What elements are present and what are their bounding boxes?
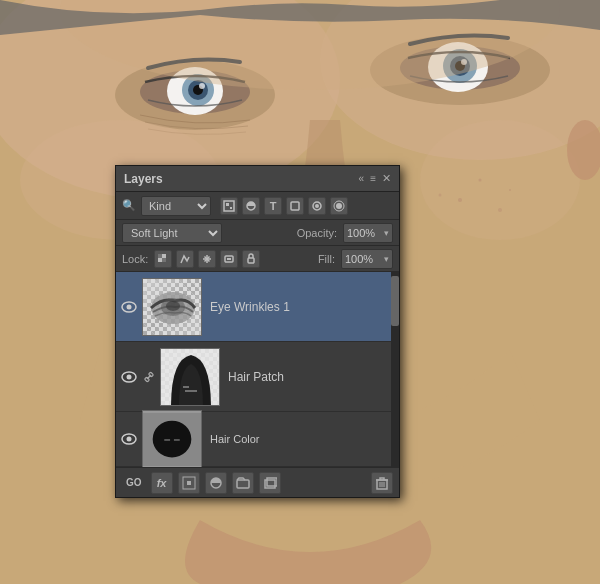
fill-label: Fill: xyxy=(318,253,335,265)
svg-rect-70 xyxy=(153,420,192,457)
svg-point-56 xyxy=(166,301,180,311)
svg-point-25 xyxy=(420,120,580,240)
filter-adjustment-button[interactable] xyxy=(242,197,260,215)
filter-pixel-button[interactable] xyxy=(220,197,238,215)
panel-menu-button[interactable]: ≡ xyxy=(370,173,376,184)
layers-panel: Layers « ≡ ✕ 🔍 Kind Name Effect Mode Att… xyxy=(115,165,400,498)
fill-value[interactable]: 100% ▾ xyxy=(341,249,393,269)
svg-rect-47 xyxy=(248,258,254,263)
svg-point-68 xyxy=(127,437,132,442)
svg-rect-40 xyxy=(162,258,166,262)
layers-list: Eye Wrinkles 1 xyxy=(116,272,399,467)
layer-visibility-eye[interactable] xyxy=(120,298,138,316)
svg-rect-30 xyxy=(230,207,232,209)
panel-titlebar: Layers « ≡ ✕ xyxy=(116,166,399,192)
lock-row: Lock: xyxy=(116,246,399,272)
svg-rect-74 xyxy=(187,481,191,485)
panel-toolbar: GO fx xyxy=(116,467,399,497)
lock-position-button[interactable] xyxy=(198,250,216,268)
layers-scrollbar-thumb[interactable] xyxy=(391,276,399,326)
opacity-value[interactable]: 100% ▾ xyxy=(343,223,393,243)
layer-thumbnail xyxy=(160,348,220,406)
layer-item[interactable]: Eye Wrinkles 1 xyxy=(116,272,399,342)
layer-name: Hair Patch xyxy=(224,370,395,384)
svg-rect-32 xyxy=(291,202,299,210)
layer-thumbnail xyxy=(142,278,202,336)
filter-icons: T xyxy=(220,197,348,215)
opacity-label: Opacity: xyxy=(297,227,337,239)
filter-on-button[interactable] xyxy=(330,197,348,215)
layer-visibility-eye[interactable] xyxy=(120,430,138,448)
svg-point-9 xyxy=(199,83,205,89)
filter-row: 🔍 Kind Name Effect Mode Attribute Color … xyxy=(116,192,399,220)
create-group-button[interactable] xyxy=(232,472,254,494)
create-mask-button[interactable] xyxy=(178,472,200,494)
svg-point-58 xyxy=(127,374,132,379)
filter-smart-button[interactable] xyxy=(308,197,326,215)
create-layer-button[interactable] xyxy=(259,472,281,494)
layer-thumbnail xyxy=(142,410,202,467)
svg-rect-37 xyxy=(158,254,162,258)
go-button[interactable]: GO xyxy=(122,475,146,490)
lock-transparent-button[interactable] xyxy=(154,250,172,268)
panel-collapse-button[interactable]: « xyxy=(359,173,365,184)
svg-rect-38 xyxy=(162,254,166,258)
kind-dropdown[interactable]: Kind Name Effect Mode Attribute Color xyxy=(141,196,211,216)
fx-button[interactable]: fx xyxy=(151,472,173,494)
blend-mode-dropdown[interactable]: Soft Light Normal Multiply Screen Overla… xyxy=(122,223,222,243)
lock-paint-button[interactable] xyxy=(176,250,194,268)
lock-artboard-button[interactable] xyxy=(220,250,238,268)
panel-controls: « ≡ ✕ xyxy=(359,172,391,185)
blend-row: Soft Light Normal Multiply Screen Overla… xyxy=(116,220,399,246)
svg-rect-46 xyxy=(227,258,231,260)
filter-shape-button[interactable] xyxy=(286,197,304,215)
panel-title: Layers xyxy=(124,172,163,186)
svg-point-34 xyxy=(315,204,319,208)
svg-rect-39 xyxy=(158,258,162,262)
layer-visibility-eye[interactable] xyxy=(120,368,138,386)
svg-point-36 xyxy=(336,203,342,209)
create-adjustment-button[interactable] xyxy=(205,472,227,494)
svg-rect-29 xyxy=(226,203,229,206)
layers-scrollbar[interactable] xyxy=(391,272,399,467)
filter-type-button[interactable]: T xyxy=(264,197,282,215)
svg-rect-76 xyxy=(237,480,249,488)
lock-all-button[interactable] xyxy=(242,250,260,268)
panel-close-button[interactable]: ✕ xyxy=(382,172,391,185)
svg-point-49 xyxy=(127,304,132,309)
filter-search-icon: 🔍 xyxy=(122,199,136,212)
delete-layer-button[interactable] xyxy=(371,472,393,494)
layer-link-icon xyxy=(142,370,156,384)
layer-name: Hair Color xyxy=(206,433,395,445)
layer-item[interactable]: Hair Patch xyxy=(116,342,399,412)
layer-item[interactable]: Hair Color xyxy=(116,412,399,467)
lock-icons xyxy=(154,250,260,268)
lock-label: Lock: xyxy=(122,253,148,265)
layer-name: Eye Wrinkles 1 xyxy=(206,300,395,314)
